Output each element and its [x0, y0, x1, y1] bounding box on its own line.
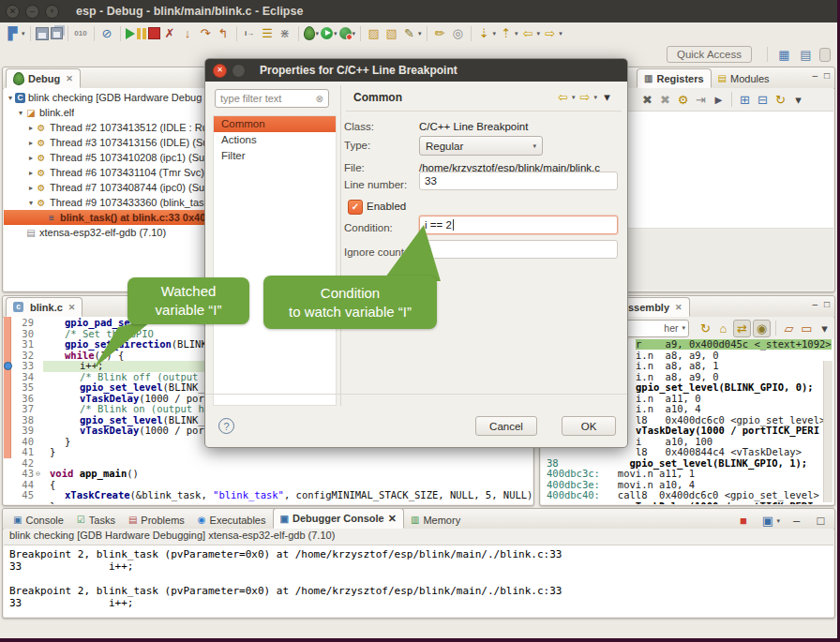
dropdown-caret-icon[interactable]: ▾: [418, 30, 422, 37]
select-pointer-icon[interactable]: ►: [711, 92, 727, 108]
maximize-icon[interactable]: □: [813, 513, 829, 529]
back-icon[interactable]: ⇦▾: [520, 25, 541, 41]
dropdown-caret-icon[interactable]: ▾: [593, 94, 597, 101]
save-all-icon[interactable]: [51, 27, 63, 39]
expand-arrow-icon[interactable]: ▾: [26, 199, 36, 207]
suspend-icon[interactable]: [137, 28, 146, 39]
run-icon[interactable]: [321, 27, 333, 39]
cpp-perspective-icon[interactable]: ▤: [798, 47, 814, 63]
suspend-icon[interactable]: [137, 28, 146, 39]
filter-input[interactable]: type filter text ⊗: [215, 89, 329, 108]
forward-icon[interactable]: ⇨: [542, 25, 558, 41]
forward-icon[interactable]: ⇨▾: [577, 89, 597, 105]
maximize-icon[interactable]: □: [824, 299, 830, 309]
debug-tree-item[interactable]: ▸⚙Thread #3 1073413156 (IDLE) (Susp: [4, 135, 206, 150]
tab-disassembly[interactable]: ssembly ✕: [621, 297, 690, 317]
debug-tree-item[interactable]: ▾Cblink checking [GDB Hardware Debug: [4, 90, 206, 105]
disconnect-icon[interactable]: ✗: [162, 25, 178, 41]
search-icon[interactable]: ✎: [401, 25, 417, 41]
dropdown-caret-icon[interactable]: ▾: [316, 30, 320, 37]
expand-arrow-icon[interactable]: ▸: [26, 139, 36, 147]
fold-icon[interactable]: ⊖: [36, 469, 44, 480]
terminate-icon[interactable]: ■: [735, 513, 751, 529]
open-perspective-icon[interactable]: ▦: [776, 47, 792, 63]
track-expression-icon[interactable]: ◉: [753, 320, 771, 337]
console-output[interactable]: Breakpoint 2, blink_task (pvParameter=0x…: [4, 545, 833, 612]
new-wizard-icon[interactable]: ▛▾: [5, 25, 25, 41]
resume-icon[interactable]: [126, 28, 135, 39]
debug-tree-item[interactable]: ▾⚙Thread #9 1073433360 (blink_task :: [4, 195, 206, 210]
sync-selection-icon[interactable]: ⇄: [733, 320, 751, 337]
quick-access-button[interactable]: Quick Access: [667, 46, 752, 63]
new-source-folder-icon[interactable]: ▨: [366, 25, 382, 41]
external-tools-icon[interactable]: [339, 27, 352, 39]
cpp-perspective-icon[interactable]: ▤: [798, 47, 814, 63]
debug-icon[interactable]: ▾: [304, 26, 320, 40]
expand-arrow-icon[interactable]: ▾: [6, 94, 15, 102]
pin-icon[interactable]: ▭: [799, 321, 815, 336]
enabled-checkbox[interactable]: ✓: [348, 200, 363, 215]
terminate-icon[interactable]: ■: [735, 513, 751, 529]
expand-arrow-icon[interactable]: ▸: [26, 184, 36, 192]
step-filters-icon[interactable]: ⋇: [278, 25, 293, 41]
import-icon[interactable]: ⇥: [693, 92, 709, 108]
last-edit-location-icon[interactable]: ⇣: [476, 25, 492, 41]
dialog-nav-actions[interactable]: Actions: [214, 132, 336, 148]
disconnect-icon[interactable]: ✗: [162, 25, 178, 41]
dropdown-caret-icon[interactable]: ▾: [537, 30, 541, 37]
close-icon[interactable]: ✕: [388, 513, 397, 525]
back-icon[interactable]: ⇦▾: [555, 89, 576, 105]
debug-tree-item[interactable]: ▤xtensa-esp32-elf-gdb (7.10): [4, 225, 206, 240]
expand-arrow-icon[interactable]: ▸: [26, 154, 36, 162]
ignore-count-input[interactable]: 0: [419, 240, 618, 259]
dialog-minimize-icon[interactable]: [232, 64, 246, 78]
breakpoint-icon[interactable]: [4, 362, 12, 370]
view-menu-icon[interactable]: ▾: [599, 89, 615, 105]
next-edit-location-icon[interactable]: ⇡: [498, 25, 514, 41]
instruction-stepping-icon[interactable]: i→: [242, 25, 258, 41]
remove-selected-icon[interactable]: ✖: [639, 92, 655, 108]
pin-icon[interactable]: ▭: [799, 321, 815, 336]
open-new-view-icon[interactable]: ▱: [781, 321, 797, 336]
home-icon[interactable]: ⌂: [715, 321, 731, 336]
annotations-icon[interactable]: ◎: [450, 25, 466, 41]
sync-selection-icon[interactable]: ⇄: [733, 320, 751, 337]
refresh-icon[interactable]: ↻: [772, 92, 788, 108]
help-icon[interactable]: ?: [218, 418, 234, 434]
back-icon[interactable]: ⇦: [520, 25, 536, 41]
debug-perspective-icon[interactable]: [819, 48, 831, 62]
annotations-icon[interactable]: ◎: [450, 25, 466, 41]
disassembly-scrollbar[interactable]: [823, 361, 832, 502]
layout-icon[interactable]: ⚙: [675, 92, 691, 108]
dialog-nav-common[interactable]: Common: [214, 116, 336, 132]
refresh-icon[interactable]: ↻: [772, 92, 788, 108]
layout-icon[interactable]: ⚙: [675, 92, 691, 108]
expand-all-icon[interactable]: ⊞: [737, 92, 753, 108]
debug-icon[interactable]: [304, 26, 315, 40]
step-over-icon[interactable]: ↷: [198, 25, 214, 41]
debug-perspective-icon[interactable]: [819, 47, 831, 63]
tab-debugger-console[interactable]: ▣Debugger Console✕: [273, 508, 404, 529]
close-icon[interactable]: ✕: [68, 303, 76, 312]
editor-overview-ruler[interactable]: [4, 317, 11, 458]
dropdown-caret-icon[interactable]: ▾: [22, 30, 25, 37]
next-edit-location-icon[interactable]: ⇡▾: [498, 25, 518, 41]
window-minimize-icon[interactable]: –: [25, 5, 39, 19]
display-selected-console-icon[interactable]: ▣: [759, 513, 775, 529]
instruction-stepping-icon[interactable]: i→: [242, 25, 258, 41]
editor-line[interactable]: 45xTaskCreate(&blink_task, "blink_task",…: [4, 490, 532, 501]
terminate-icon[interactable]: [148, 27, 160, 39]
binary-icon[interactable]: 010: [73, 25, 89, 41]
home-icon[interactable]: ⌂: [715, 321, 731, 336]
dropdown-caret-icon[interactable]: ▾: [334, 30, 338, 37]
search-icon[interactable]: ✎▾: [401, 25, 422, 41]
editor-line[interactable]: }: [4, 501, 532, 505]
remove-selected-icon[interactable]: ✖: [639, 92, 655, 108]
save-all-icon[interactable]: [51, 27, 63, 39]
view-menu-icon[interactable]: ▾: [790, 92, 806, 108]
ok-button[interactable]: OK: [562, 416, 616, 436]
minimize-icon[interactable]: –: [788, 513, 804, 529]
tab-modules[interactable]: ▤Modules: [712, 68, 776, 88]
tab-executables[interactable]: ◉Executables: [191, 511, 273, 529]
view-menu-icon[interactable]: ▾: [817, 321, 832, 336]
